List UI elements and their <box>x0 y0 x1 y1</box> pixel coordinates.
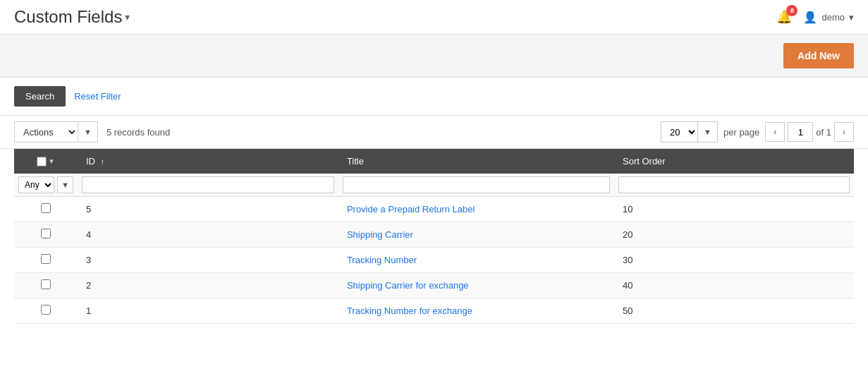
right-controls: 20 ▼ per page ‹ of 1 › <box>661 121 854 143</box>
table-body: 5 Provide a Prepaid Return Label 10 4 Sh… <box>14 197 854 324</box>
page-title-text: Custom Fields <box>14 7 122 27</box>
row-checkbox[interactable] <box>41 279 51 289</box>
table-row: 4 Shipping Carrier 20 <box>14 222 854 248</box>
row-title[interactable]: Tracking Number <box>338 248 614 273</box>
row-id: 3 <box>78 248 338 273</box>
toolbar-area: Add New <box>0 35 868 78</box>
data-table: ▼ ID ↑ Title Sort Order <box>14 149 854 324</box>
filter-td-title <box>338 174 614 197</box>
row-checkbox-cell <box>14 222 78 248</box>
prev-page-button[interactable]: ‹ <box>765 122 785 142</box>
page-input[interactable] <box>788 122 813 142</box>
row-checkbox[interactable] <box>41 229 51 238</box>
top-header: Custom Fields ▾ 🔔 8 👤 demo ▾ <box>0 0 868 35</box>
row-title[interactable]: Tracking Number for exchange <box>338 298 614 324</box>
th-title-label: Title <box>347 156 364 167</box>
filter-sort-order-input[interactable] <box>618 176 850 193</box>
row-checkbox-cell <box>14 248 78 273</box>
th-sort-order-label: Sort Order <box>623 156 666 167</box>
row-id: 1 <box>78 298 338 324</box>
next-page-button[interactable]: › <box>834 122 854 142</box>
row-checkbox-cell <box>14 197 78 222</box>
th-id[interactable]: ID ↑ <box>78 149 338 174</box>
actions-select[interactable]: Actions <box>14 121 78 143</box>
row-title[interactable]: Provide a Prepaid Return Label <box>338 197 614 222</box>
records-found: 5 records found <box>106 127 170 138</box>
row-checkbox[interactable] <box>41 203 51 213</box>
actions-select-wrap: Actions ▼ <box>14 121 98 143</box>
filter-any-select[interactable]: Any <box>18 176 54 193</box>
filter-td-id <box>78 174 338 197</box>
filter-any-dropdown[interactable]: ▼ <box>57 176 73 193</box>
table-row: 2 Shipping Carrier for exchange 40 <box>14 273 854 298</box>
actions-dropdown-button[interactable]: ▼ <box>78 121 98 143</box>
perpage-select[interactable]: 20 <box>661 121 697 143</box>
of-label: of 1 <box>816 127 831 138</box>
page-nav: ‹ of 1 › <box>765 122 854 142</box>
notification-bell[interactable]: 🔔 8 <box>776 9 792 25</box>
perpage-dropdown-button[interactable]: ▼ <box>697 121 718 143</box>
row-sort-order: 10 <box>614 197 854 222</box>
filter-td-sort-order <box>614 174 854 197</box>
filter-title-input[interactable] <box>343 176 610 193</box>
row-checkbox-cell <box>14 298 78 324</box>
table-header-row: ▼ ID ↑ Title Sort Order <box>14 149 854 174</box>
row-id: 4 <box>78 222 338 248</box>
table-row: 1 Tracking Number for exchange 50 <box>14 298 854 324</box>
user-icon: 👤 <box>803 11 817 24</box>
filter-id-input[interactable] <box>82 176 334 193</box>
search-button[interactable]: Search <box>14 86 66 107</box>
header-check-dropdown[interactable]: ▼ <box>48 157 55 165</box>
per-page-label: per page <box>723 127 759 138</box>
th-title: Title <box>338 149 614 174</box>
row-sort-order: 20 <box>614 222 854 248</box>
th-id-label: ID <box>86 156 95 167</box>
table-row: 5 Provide a Prepaid Return Label 10 <box>14 197 854 222</box>
filter-row: Any ▼ <box>14 174 854 197</box>
row-id: 5 <box>78 197 338 222</box>
row-title[interactable]: Shipping Carrier <box>338 222 614 248</box>
table-row: 3 Tracking Number 30 <box>14 248 854 273</box>
th-sort-order: Sort Order <box>614 149 854 174</box>
row-checkbox[interactable] <box>41 254 51 264</box>
th-checkbox: ▼ <box>14 149 78 174</box>
left-controls: Actions ▼ 5 records found <box>14 121 170 143</box>
filter-area: Search Reset Filter <box>0 78 868 116</box>
row-sort-order: 40 <box>614 273 854 298</box>
row-sort-order: 50 <box>614 298 854 324</box>
row-title[interactable]: Shipping Carrier for exchange <box>338 273 614 298</box>
user-name: demo <box>821 12 845 23</box>
page-title: Custom Fields ▾ <box>14 7 130 27</box>
user-menu[interactable]: 👤 demo ▾ <box>803 11 854 24</box>
notification-badge: 8 <box>786 5 797 16</box>
row-id: 2 <box>78 273 338 298</box>
sort-icon: ↑ <box>101 157 105 166</box>
row-sort-order: 30 <box>614 248 854 273</box>
add-new-button[interactable]: Add New <box>783 43 854 68</box>
grid-controls: Actions ▼ 5 records found 20 ▼ per page … <box>0 116 868 149</box>
title-dropdown-arrow[interactable]: ▾ <box>125 11 130 23</box>
perpage-select-wrap: 20 ▼ <box>661 121 718 143</box>
reset-filter-link[interactable]: Reset Filter <box>74 91 121 102</box>
table-wrap: ▼ ID ↑ Title Sort Order <box>0 149 868 338</box>
filter-td-checkbox: Any ▼ <box>14 174 78 197</box>
select-all-checkbox[interactable] <box>37 157 47 167</box>
row-checkbox-cell <box>14 273 78 298</box>
header-right: 🔔 8 👤 demo ▾ <box>776 9 854 25</box>
user-menu-arrow: ▾ <box>849 12 854 23</box>
row-checkbox[interactable] <box>41 305 51 315</box>
